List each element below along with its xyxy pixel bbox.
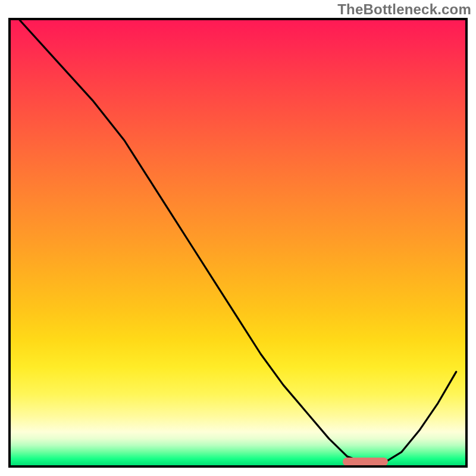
highlight-marker <box>343 458 388 466</box>
chart-container: TheBottleneck.com <box>0 0 476 476</box>
watermark-text: TheBottleneck.com <box>337 1 471 18</box>
line-series <box>11 20 465 465</box>
plot-area <box>8 18 468 468</box>
